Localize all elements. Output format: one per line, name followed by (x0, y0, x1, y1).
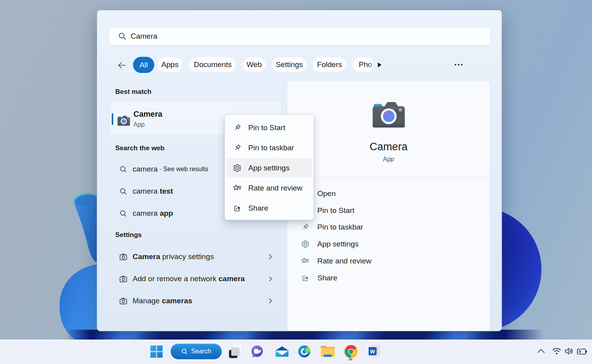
svg-text:W: W (370, 349, 375, 355)
